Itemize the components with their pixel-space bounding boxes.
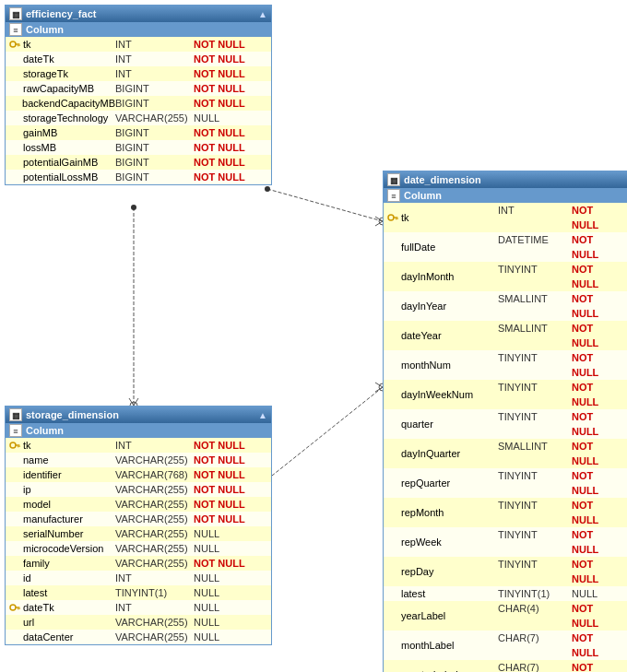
col-nullable: NOT NULL: [572, 439, 622, 468]
col-name: dayInQuarter: [387, 439, 498, 468]
table-row: fullDateDATETIMENOT NULL: [384, 232, 627, 262]
col-name-text: quarter: [401, 417, 433, 431]
col-nullable: NOT NULL: [194, 66, 263, 81]
col-nullable: NOT NULL: [194, 453, 263, 467]
date-dimension-col-header: ≡ Column: [384, 188, 627, 203]
date-dimension-titlebar[interactable]: ▦ date_dimension ▲: [384, 171, 627, 188]
date-dimension-body: tkINTNOT NULLfullDateDATETIMENOT NULLday…: [384, 203, 627, 672]
col-nullable: NOT NULL: [572, 601, 622, 631]
table-row: repQuarterTINYINTNOT NULL: [384, 468, 627, 498]
svg-line-3: [375, 217, 383, 221]
col-type: TINYINT: [498, 468, 572, 498]
efficiency-fact-titlebar[interactable]: ▦ efficiency_fact ▲: [6, 6, 271, 22]
table-row: repDayTINYINTNOT NULL: [384, 557, 627, 586]
efficiency-fact-table: ▦ efficiency_fact ▲ ≡ Column tkINTNOT NU…: [5, 5, 272, 185]
table-row: urlVARCHAR(255)NULL: [6, 615, 271, 630]
col-name-text: identifier: [23, 467, 62, 482]
resize-handle[interactable]: ▲: [258, 9, 267, 19]
col-type: VARCHAR(255): [115, 556, 194, 571]
col-type: TINYINT: [498, 350, 572, 380]
col-name: monthNum: [387, 350, 498, 380]
key-icon: [9, 602, 20, 613]
col-nullable: NOT NULL: [572, 262, 622, 291]
col-type: CHAR(4): [498, 601, 572, 631]
table-row: dateTkINTNOT NULL: [6, 52, 271, 66]
col-nullable: NOT NULL: [194, 556, 263, 571]
col-name: dayInWeekNum: [387, 380, 498, 409]
col-name: manufacturer: [9, 512, 115, 526]
table-row: dataCenterVARCHAR(255)NULL: [6, 630, 271, 644]
col-nullable: NOT NULL: [194, 96, 263, 111]
svg-line-14: [375, 387, 383, 392]
col-name-text: monthNum: [401, 358, 451, 372]
col-name: monthLabel: [387, 631, 498, 660]
col-type: DATETIME: [498, 232, 572, 262]
col-nullable: NOT NULL: [572, 660, 622, 672]
col-nullable: NOT NULL: [194, 37, 263, 52]
col-name-text: dateYear: [401, 328, 442, 343]
table-row: backendCapacityMBBIGINTNOT NULL: [6, 96, 271, 111]
col-name: fullDate: [387, 232, 498, 262]
col-name: repQuarter: [387, 468, 498, 498]
table-row: potentialGainMBBIGINTNOT NULL: [6, 155, 271, 170]
table-row: idINTNULL: [6, 571, 271, 585]
storage-dimension-title: storage_dimension: [26, 409, 119, 420]
col-nullable: NOT NULL: [572, 291, 622, 321]
col-type: INT: [115, 571, 194, 585]
col-type: INT: [115, 438, 194, 453]
col-type: TINYINT: [498, 409, 572, 439]
svg-point-15: [10, 41, 16, 47]
col-name: tk: [9, 37, 115, 52]
col-nullable: NOT NULL: [572, 527, 622, 557]
table-row: identifierVARCHAR(768)NOT NULL: [6, 467, 271, 482]
col-type: TINYINT: [498, 557, 572, 586]
col-name: quarterLabel: [387, 660, 498, 672]
table-row: dayInMonthTINYINTNOT NULL: [384, 262, 627, 291]
svg-point-23: [10, 442, 16, 448]
resize-handle[interactable]: ▲: [258, 410, 267, 420]
col-name: microcodeVersion: [9, 541, 115, 556]
column-icon: ≡: [9, 23, 22, 36]
col-name: latest: [9, 585, 115, 600]
col-type: VARCHAR(255): [115, 541, 194, 556]
col-nullable: NOT NULL: [572, 232, 622, 262]
col-name-text: storageTk: [23, 66, 68, 81]
storage-dimension-titlebar[interactable]: ▦ storage_dimension ▲: [6, 407, 271, 423]
col-name-text: url: [23, 615, 34, 630]
col-name: repWeek: [387, 527, 498, 557]
col-name: tk: [9, 438, 115, 453]
col-type: SMALLINT: [498, 439, 572, 468]
col-name: name: [9, 453, 115, 467]
col-name-text: repQuarter: [401, 476, 450, 490]
key-icon: [9, 440, 20, 451]
efficiency-fact-body: tkINTNOT NULLdateTkINTNOT NULLstorageTkI…: [6, 37, 271, 184]
col-name: dayInMonth: [387, 262, 498, 291]
col-nullable: NULL: [194, 630, 263, 644]
col-name-text: dayInWeekNum: [401, 387, 473, 402]
col-name-text: repDay: [401, 564, 433, 579]
col-name-text: tk: [401, 210, 409, 225]
table-row: serialNumberVARCHAR(255)NULL: [6, 526, 271, 541]
col-type: BIGINT: [115, 96, 194, 111]
svg-point-27: [10, 605, 16, 610]
col-name: dayInYear: [387, 291, 498, 321]
col-name: id: [9, 571, 115, 585]
table-row: modelVARCHAR(255)NOT NULL: [6, 497, 271, 512]
col-nullable: NOT NULL: [194, 482, 263, 497]
table-row: dateYearSMALLINTNOT NULL: [384, 321, 627, 350]
table-row: storageTechnologyVARCHAR(255)NULL: [6, 111, 271, 125]
col-name-text: latest: [401, 586, 425, 601]
table-row: dayInQuarterSMALLINTNOT NULL: [384, 439, 627, 468]
table-row: microcodeVersionVARCHAR(255)NULL: [6, 541, 271, 556]
col-type: TINYINT(1): [115, 585, 194, 600]
table-row: manufacturerVARCHAR(255)NOT NULL: [6, 512, 271, 526]
col-type: INT: [115, 600, 194, 615]
table-row: ipVARCHAR(255)NOT NULL: [6, 482, 271, 497]
table-row: yearLabelCHAR(4)NOT NULL: [384, 601, 627, 631]
col-type: VARCHAR(255): [115, 497, 194, 512]
storage-dimension-table: ▦ storage_dimension ▲ ≡ Column tkINTNOT …: [5, 406, 272, 645]
table-row: familyVARCHAR(255)NOT NULL: [6, 556, 271, 571]
column-icon: ≡: [387, 189, 400, 202]
col-type: VARCHAR(255): [115, 111, 194, 125]
col-nullable: NOT NULL: [194, 52, 263, 66]
